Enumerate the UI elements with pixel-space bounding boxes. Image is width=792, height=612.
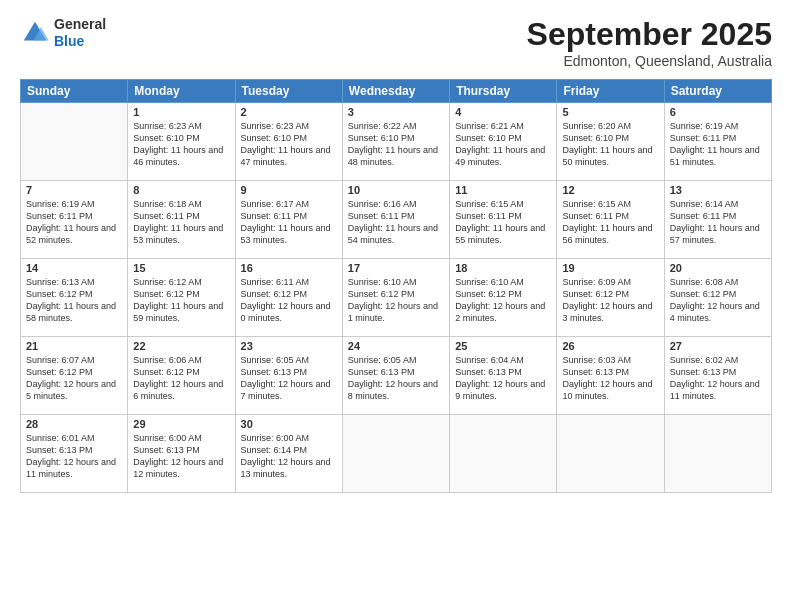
col-monday: Monday	[128, 80, 235, 103]
calendar-cell	[557, 415, 664, 493]
info-line: Sunset: 6:10 PM	[133, 132, 229, 144]
calendar-cell: 13Sunrise: 6:14 AMSunset: 6:11 PMDayligh…	[664, 181, 771, 259]
info-line: Daylight: 12 hours and 10 minutes.	[562, 378, 658, 402]
info-line: Sunset: 6:12 PM	[562, 288, 658, 300]
day-number: 17	[348, 262, 444, 274]
info-line: Sunrise: 6:12 AM	[133, 276, 229, 288]
calendar-cell: 24Sunrise: 6:05 AMSunset: 6:13 PMDayligh…	[342, 337, 449, 415]
info-line: Sunset: 6:10 PM	[241, 132, 337, 144]
day-number: 29	[133, 418, 229, 430]
logo-icon	[20, 18, 50, 48]
info-line: Daylight: 11 hours and 46 minutes.	[133, 144, 229, 168]
calendar-cell: 12Sunrise: 6:15 AMSunset: 6:11 PMDayligh…	[557, 181, 664, 259]
calendar-cell: 11Sunrise: 6:15 AMSunset: 6:11 PMDayligh…	[450, 181, 557, 259]
cell-info: Sunrise: 6:17 AMSunset: 6:11 PMDaylight:…	[241, 198, 337, 247]
calendar-cell: 22Sunrise: 6:06 AMSunset: 6:12 PMDayligh…	[128, 337, 235, 415]
col-tuesday: Tuesday	[235, 80, 342, 103]
day-number: 20	[670, 262, 766, 274]
col-wednesday: Wednesday	[342, 80, 449, 103]
day-number: 21	[26, 340, 122, 352]
info-line: Sunrise: 6:23 AM	[133, 120, 229, 132]
info-line: Daylight: 11 hours and 52 minutes.	[26, 222, 122, 246]
calendar-cell: 19Sunrise: 6:09 AMSunset: 6:12 PMDayligh…	[557, 259, 664, 337]
day-number: 1	[133, 106, 229, 118]
day-number: 10	[348, 184, 444, 196]
info-line: Daylight: 11 hours and 51 minutes.	[670, 144, 766, 168]
calendar-cell: 30Sunrise: 6:00 AMSunset: 6:14 PMDayligh…	[235, 415, 342, 493]
day-number: 30	[241, 418, 337, 430]
info-line: Sunrise: 6:17 AM	[241, 198, 337, 210]
info-line: Sunrise: 6:08 AM	[670, 276, 766, 288]
info-line: Daylight: 11 hours and 58 minutes.	[26, 300, 122, 324]
cell-info: Sunrise: 6:11 AMSunset: 6:12 PMDaylight:…	[241, 276, 337, 325]
info-line: Sunset: 6:10 PM	[348, 132, 444, 144]
calendar-cell: 17Sunrise: 6:10 AMSunset: 6:12 PMDayligh…	[342, 259, 449, 337]
calendar-cell: 1Sunrise: 6:23 AMSunset: 6:10 PMDaylight…	[128, 103, 235, 181]
cell-info: Sunrise: 6:15 AMSunset: 6:11 PMDaylight:…	[562, 198, 658, 247]
info-line: Sunset: 6:10 PM	[455, 132, 551, 144]
info-line: Daylight: 12 hours and 0 minutes.	[241, 300, 337, 324]
day-number: 11	[455, 184, 551, 196]
info-line: Sunrise: 6:10 AM	[348, 276, 444, 288]
info-line: Sunrise: 6:14 AM	[670, 198, 766, 210]
page: General Blue September 2025 Edmonton, Qu…	[0, 0, 792, 612]
day-number: 19	[562, 262, 658, 274]
calendar-cell: 21Sunrise: 6:07 AMSunset: 6:12 PMDayligh…	[21, 337, 128, 415]
info-line: Sunset: 6:12 PM	[26, 366, 122, 378]
calendar-cell: 20Sunrise: 6:08 AMSunset: 6:12 PMDayligh…	[664, 259, 771, 337]
info-line: Sunset: 6:13 PM	[348, 366, 444, 378]
info-line: Sunrise: 6:22 AM	[348, 120, 444, 132]
logo-general-text: General	[54, 16, 106, 33]
info-line: Sunset: 6:11 PM	[348, 210, 444, 222]
info-line: Sunset: 6:12 PM	[455, 288, 551, 300]
info-line: Daylight: 11 hours and 59 minutes.	[133, 300, 229, 324]
cell-info: Sunrise: 6:21 AMSunset: 6:10 PMDaylight:…	[455, 120, 551, 169]
calendar-week-4: 28Sunrise: 6:01 AMSunset: 6:13 PMDayligh…	[21, 415, 772, 493]
info-line: Daylight: 11 hours and 53 minutes.	[133, 222, 229, 246]
cell-info: Sunrise: 6:10 AMSunset: 6:12 PMDaylight:…	[455, 276, 551, 325]
info-line: Sunrise: 6:05 AM	[348, 354, 444, 366]
location: Edmonton, Queensland, Australia	[527, 53, 772, 69]
info-line: Sunrise: 6:16 AM	[348, 198, 444, 210]
day-number: 7	[26, 184, 122, 196]
col-saturday: Saturday	[664, 80, 771, 103]
day-number: 3	[348, 106, 444, 118]
cell-info: Sunrise: 6:23 AMSunset: 6:10 PMDaylight:…	[133, 120, 229, 169]
info-line: Sunset: 6:11 PM	[670, 132, 766, 144]
calendar-cell: 15Sunrise: 6:12 AMSunset: 6:12 PMDayligh…	[128, 259, 235, 337]
day-number: 15	[133, 262, 229, 274]
cell-info: Sunrise: 6:19 AMSunset: 6:11 PMDaylight:…	[26, 198, 122, 247]
calendar-cell: 28Sunrise: 6:01 AMSunset: 6:13 PMDayligh…	[21, 415, 128, 493]
info-line: Daylight: 12 hours and 3 minutes.	[562, 300, 658, 324]
calendar: Sunday Monday Tuesday Wednesday Thursday…	[20, 79, 772, 493]
cell-info: Sunrise: 6:22 AMSunset: 6:10 PMDaylight:…	[348, 120, 444, 169]
day-number: 2	[241, 106, 337, 118]
info-line: Sunset: 6:12 PM	[348, 288, 444, 300]
info-line: Sunrise: 6:03 AM	[562, 354, 658, 366]
calendar-cell: 25Sunrise: 6:04 AMSunset: 6:13 PMDayligh…	[450, 337, 557, 415]
info-line: Sunrise: 6:15 AM	[562, 198, 658, 210]
day-number: 5	[562, 106, 658, 118]
col-friday: Friday	[557, 80, 664, 103]
info-line: Sunset: 6:13 PM	[241, 366, 337, 378]
info-line: Daylight: 11 hours and 53 minutes.	[241, 222, 337, 246]
info-line: Sunrise: 6:21 AM	[455, 120, 551, 132]
info-line: Daylight: 11 hours and 56 minutes.	[562, 222, 658, 246]
info-line: Sunset: 6:13 PM	[133, 444, 229, 456]
cell-info: Sunrise: 6:19 AMSunset: 6:11 PMDaylight:…	[670, 120, 766, 169]
cell-info: Sunrise: 6:20 AMSunset: 6:10 PMDaylight:…	[562, 120, 658, 169]
day-number: 22	[133, 340, 229, 352]
calendar-cell: 27Sunrise: 6:02 AMSunset: 6:13 PMDayligh…	[664, 337, 771, 415]
day-number: 9	[241, 184, 337, 196]
col-sunday: Sunday	[21, 80, 128, 103]
info-line: Sunrise: 6:10 AM	[455, 276, 551, 288]
logo-text: General Blue	[54, 16, 106, 50]
calendar-week-1: 7Sunrise: 6:19 AMSunset: 6:11 PMDaylight…	[21, 181, 772, 259]
cell-info: Sunrise: 6:06 AMSunset: 6:12 PMDaylight:…	[133, 354, 229, 403]
day-number: 27	[670, 340, 766, 352]
col-thursday: Thursday	[450, 80, 557, 103]
calendar-body: 1Sunrise: 6:23 AMSunset: 6:10 PMDaylight…	[21, 103, 772, 493]
info-line: Sunset: 6:11 PM	[133, 210, 229, 222]
info-line: Daylight: 12 hours and 13 minutes.	[241, 456, 337, 480]
day-number: 26	[562, 340, 658, 352]
